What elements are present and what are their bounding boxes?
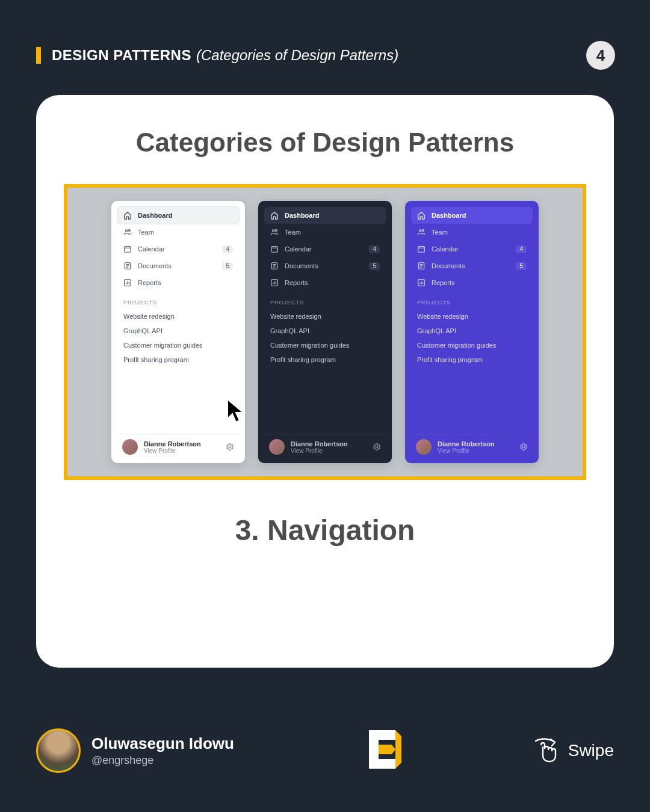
badge: 5 bbox=[369, 262, 380, 270]
calendar-icon bbox=[123, 245, 132, 253]
avatar bbox=[122, 439, 138, 455]
author-handle: @engrshege bbox=[91, 754, 234, 767]
team-icon bbox=[123, 228, 132, 236]
svg-point-13 bbox=[422, 230, 424, 232]
sidebar-item-team[interactable]: Team bbox=[264, 224, 386, 241]
svg-rect-8 bbox=[271, 247, 278, 252]
sidebar-item-calendar[interactable]: Calendar 4 bbox=[117, 241, 239, 257]
sidebar-item-label: Team bbox=[138, 229, 233, 236]
svg-point-6 bbox=[273, 230, 275, 232]
profile-name: Dianne Robertson bbox=[291, 440, 367, 448]
sidebar-item-calendar[interactable]: Calendar 4 bbox=[411, 241, 533, 257]
sidebar-item-reports[interactable]: Reports bbox=[264, 274, 386, 291]
page-footer: Oluwasegun Idowu @engrshege Swipe bbox=[36, 725, 614, 776]
sidebar-example-purple: Dashboard Team Calendar 4 Documents 5 Re… bbox=[405, 201, 539, 463]
profile-row[interactable]: Dianne Robertson View Profile bbox=[264, 434, 386, 456]
svg-point-7 bbox=[275, 230, 277, 232]
sidebar-item-label: Reports bbox=[138, 279, 233, 286]
sidebar-item-label: Calendar bbox=[432, 245, 510, 253]
sidebar-item-label: Documents bbox=[138, 262, 216, 269]
section-label: PROJECTS bbox=[264, 291, 386, 309]
avatar bbox=[269, 439, 285, 455]
project-item[interactable]: Website redesign bbox=[117, 309, 239, 324]
sidebar-item-dashboard[interactable]: Dashboard bbox=[264, 207, 386, 224]
badge: 4 bbox=[516, 245, 527, 253]
example-frame: Dashboard Team Calendar 4 Documents 5 Re… bbox=[64, 184, 586, 480]
badge: 4 bbox=[222, 245, 233, 253]
sidebar-item-documents[interactable]: Documents 5 bbox=[117, 257, 239, 274]
sidebar-item-documents[interactable]: Documents 5 bbox=[264, 257, 386, 274]
svg-point-1 bbox=[128, 230, 130, 232]
svg-rect-14 bbox=[418, 247, 425, 252]
sidebar-example-light: Dashboard Team Calendar 4 Documents 5 Re… bbox=[111, 201, 245, 463]
svg-point-5 bbox=[229, 446, 231, 448]
chart-icon bbox=[417, 278, 426, 287]
calendar-icon bbox=[417, 245, 426, 253]
home-icon bbox=[270, 211, 279, 220]
svg-point-17 bbox=[522, 446, 525, 448]
project-item[interactable]: GraphQL API bbox=[411, 324, 533, 338]
sidebar-example-dark: Dashboard Team Calendar 4 Documents 5 Re… bbox=[258, 201, 392, 463]
project-item[interactable]: GraphQL API bbox=[264, 324, 386, 338]
author-block: Oluwasegun Idowu @engrshege bbox=[36, 728, 234, 773]
content-card: Categories of Design Patterns Dashboard … bbox=[36, 95, 614, 668]
chart-icon bbox=[270, 278, 279, 287]
profile-name: Dianne Robertson bbox=[144, 440, 220, 448]
card-heading: Categories of Design Patterns bbox=[64, 128, 586, 158]
sidebar-item-documents[interactable]: Documents 5 bbox=[411, 257, 533, 274]
sidebar-item-team[interactable]: Team bbox=[117, 224, 239, 241]
team-icon bbox=[270, 228, 279, 236]
swipe-cta[interactable]: Swipe bbox=[531, 736, 614, 765]
sidebar-item-label: Reports bbox=[285, 279, 380, 286]
project-item[interactable]: Website redesign bbox=[264, 309, 386, 324]
sidebar-item-reports[interactable]: Reports bbox=[117, 274, 239, 291]
badge: 5 bbox=[516, 262, 527, 270]
profile-viewlink[interactable]: View Profile bbox=[144, 448, 220, 454]
project-item[interactable]: Profit sharing program bbox=[117, 352, 239, 367]
calendar-icon bbox=[270, 245, 279, 253]
profile-row[interactable]: Dianne Robertson View Profile bbox=[117, 434, 239, 456]
sidebar-item-dashboard[interactable]: Dashboard bbox=[117, 207, 239, 224]
project-item[interactable]: GraphQL API bbox=[117, 324, 239, 338]
author-name: Oluwasegun Idowu bbox=[91, 734, 234, 753]
card-subheading: 3. Navigation bbox=[64, 514, 586, 547]
page-header: DESIGN PATTERNS (Categories of Design Pa… bbox=[36, 47, 614, 64]
sidebar-item-label: Team bbox=[285, 229, 380, 236]
profile-row[interactable]: Dianne Robertson View Profile bbox=[411, 434, 533, 456]
project-item[interactable]: Customer migration guides bbox=[117, 338, 239, 352]
sidebar-item-label: Dashboard bbox=[138, 212, 233, 219]
document-icon bbox=[123, 262, 132, 270]
home-icon bbox=[417, 211, 426, 220]
header-title-italic: (Categories of Design Patterns) bbox=[196, 47, 398, 64]
profile-name: Dianne Robertson bbox=[438, 440, 513, 448]
badge: 4 bbox=[369, 245, 380, 253]
sidebar-item-label: Reports bbox=[432, 279, 527, 286]
sidebar-item-label: Calendar bbox=[285, 245, 363, 253]
document-icon bbox=[270, 262, 279, 270]
section-label: PROJECTS bbox=[411, 291, 533, 309]
project-item[interactable]: Website redesign bbox=[411, 309, 533, 324]
sidebar-item-label: Dashboard bbox=[432, 212, 527, 219]
swipe-hand-icon bbox=[531, 736, 560, 765]
gear-icon[interactable] bbox=[519, 443, 528, 451]
project-item[interactable]: Profit sharing program bbox=[264, 352, 386, 367]
swipe-label: Swipe bbox=[568, 741, 614, 760]
accent-bar bbox=[36, 47, 41, 64]
project-item[interactable]: Customer migration guides bbox=[264, 338, 386, 352]
page-number-badge: 4 bbox=[586, 41, 615, 70]
gear-icon[interactable] bbox=[226, 443, 234, 451]
svg-marker-20 bbox=[395, 730, 401, 769]
sidebar-item-reports[interactable]: Reports bbox=[411, 274, 533, 291]
profile-viewlink[interactable]: View Profile bbox=[291, 448, 367, 454]
sidebar-item-calendar[interactable]: Calendar 4 bbox=[264, 241, 386, 257]
sidebar-item-dashboard[interactable]: Dashboard bbox=[411, 207, 533, 224]
project-item[interactable]: Customer migration guides bbox=[411, 338, 533, 352]
home-icon bbox=[123, 211, 132, 220]
sidebar-item-team[interactable]: Team bbox=[411, 224, 533, 241]
svg-marker-21 bbox=[379, 745, 395, 754]
gear-icon[interactable] bbox=[373, 443, 381, 451]
svg-point-11 bbox=[376, 446, 378, 448]
sidebar-item-label: Team bbox=[432, 229, 527, 236]
profile-viewlink[interactable]: View Profile bbox=[438, 448, 513, 454]
project-item[interactable]: Profit sharing program bbox=[411, 352, 533, 367]
